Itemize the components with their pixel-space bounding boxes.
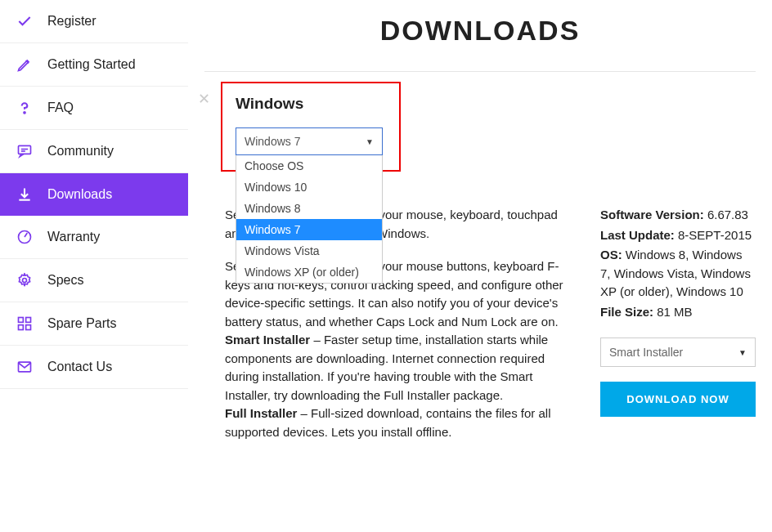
svg-rect-9 xyxy=(19,325,24,330)
size-value: 81 MB xyxy=(657,305,692,319)
description-full: Full Installer – Full-sized download, co… xyxy=(225,405,576,441)
os-info-label: OS: xyxy=(600,248,622,262)
gear-icon xyxy=(16,272,33,288)
sidebar-item-label: Spare Parts xyxy=(47,316,116,331)
version-value: 6.67.83 xyxy=(707,208,748,221)
page-title: DOWNLOADS xyxy=(204,15,756,47)
os-option[interactable]: Windows Vista xyxy=(236,240,382,262)
os-info-value: Windows 8, Windows 7, Windows Vista, Win… xyxy=(600,248,751,298)
size-label: File Size: xyxy=(600,305,653,319)
sidebar-item-spare-parts[interactable]: Spare Parts xyxy=(0,302,188,346)
check-icon xyxy=(16,13,33,29)
main-content: DOWNLOADS ✕ Windows Windows 7 ▼ Choose O… xyxy=(188,0,772,458)
sidebar-item-contact[interactable]: Contact Us xyxy=(0,346,188,389)
grid-icon xyxy=(16,315,33,332)
chevron-down-icon: ▼ xyxy=(366,137,374,146)
os-select[interactable]: Windows 7 ▼ Choose OS Windows 10 Windows… xyxy=(236,127,383,155)
installer-select-value: Smart Installer xyxy=(609,346,683,359)
svg-point-0 xyxy=(24,112,25,114)
sidebar: Register Getting Started FAQ Community D… xyxy=(0,0,188,458)
sidebar-item-downloads[interactable]: Downloads xyxy=(0,173,188,216)
download-now-button[interactable]: DOWNLOAD NOW xyxy=(600,382,756,417)
sidebar-item-register[interactable]: Register xyxy=(0,0,188,43)
divider xyxy=(204,71,756,72)
pencil-icon xyxy=(16,56,33,73)
description-smart: Smart Installer – Faster setup time, ins… xyxy=(225,331,576,405)
installer-select[interactable]: Smart Installer ▼ xyxy=(600,338,756,367)
size-line: File Size: 81 MB xyxy=(600,303,756,322)
svg-rect-7 xyxy=(19,318,24,323)
info-column: Software Version: 6.67.83 Last Update: 8… xyxy=(600,206,756,441)
os-section: ✕ Windows Windows 7 ▼ Choose OS Windows … xyxy=(221,82,756,172)
update-line: Last Update: 8-SEPT-2015 xyxy=(600,226,756,245)
sidebar-item-label: Contact Us xyxy=(47,360,112,374)
sidebar-item-community[interactable]: Community xyxy=(0,130,188,173)
update-value: 8-SEPT-2015 xyxy=(678,228,752,242)
os-select-display[interactable]: Windows 7 ▼ xyxy=(236,127,383,155)
download-icon xyxy=(16,186,33,203)
os-select-options: Choose OS Windows 10 Windows 8 Windows 7… xyxy=(236,155,383,284)
os-option[interactable]: Windows 10 xyxy=(236,177,382,198)
os-select-value: Windows 7 xyxy=(245,135,300,148)
sidebar-item-faq[interactable]: FAQ xyxy=(0,87,188,130)
sidebar-item-getting-started[interactable]: Getting Started xyxy=(0,43,188,87)
sidebar-item-label: FAQ xyxy=(47,101,74,115)
sidebar-item-label: Specs xyxy=(47,273,83,288)
chevron-down-icon: ▼ xyxy=(738,348,747,357)
sidebar-item-label: Downloads xyxy=(47,187,112,202)
os-option[interactable]: Windows 7 xyxy=(236,219,382,240)
gauge-icon xyxy=(16,229,33,245)
mail-icon xyxy=(16,359,33,375)
question-icon xyxy=(16,100,33,116)
update-label: Last Update: xyxy=(600,228,675,242)
chat-icon xyxy=(16,143,33,159)
sidebar-item-label: Register xyxy=(47,14,96,29)
version-line: Software Version: 6.67.83 xyxy=(600,206,756,225)
sidebar-item-label: Community xyxy=(47,144,114,159)
os-line: OS: Windows 8, Windows 7, Windows Vista,… xyxy=(600,246,756,302)
close-icon[interactable]: ✕ xyxy=(198,90,210,108)
svg-point-6 xyxy=(23,279,27,283)
full-installer-label: Full Installer xyxy=(225,406,297,420)
os-label: Windows xyxy=(236,95,386,113)
sidebar-item-label: Warranty xyxy=(47,230,100,244)
os-option[interactable]: Choose OS xyxy=(236,155,382,177)
os-picker-highlight: Windows Windows 7 ▼ Choose OS Windows 10… xyxy=(221,82,401,172)
svg-rect-8 xyxy=(26,318,31,323)
svg-rect-10 xyxy=(26,325,31,330)
os-option[interactable]: Windows 8 xyxy=(236,198,382,219)
smart-installer-label: Smart Installer xyxy=(225,333,310,346)
sidebar-item-specs[interactable]: Specs xyxy=(0,259,188,302)
version-label: Software Version: xyxy=(600,208,704,221)
sidebar-item-label: Getting Started xyxy=(47,57,136,72)
os-option[interactable]: Windows XP (or older) xyxy=(236,262,382,283)
sidebar-item-warranty[interactable]: Warranty xyxy=(0,216,188,259)
